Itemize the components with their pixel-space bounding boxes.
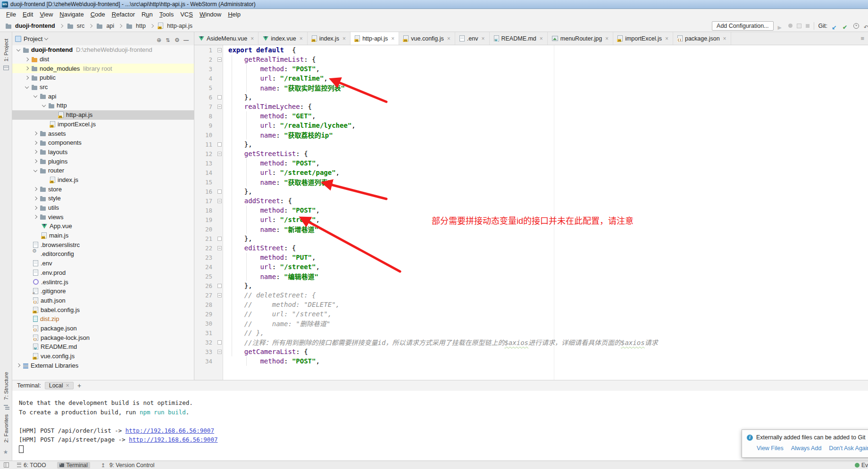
tree-row-.eslintrc.js[interactable]: .eslintrc.js [12,277,194,287]
tree-row-dist.zip[interactable]: dist.zip [12,314,194,324]
code-line[interactable]: 24 url: "/street", [194,262,868,272]
close-icon[interactable]: × [300,35,303,42]
chevron-right-icon[interactable] [33,159,37,163]
tree-row-package-lock.json[interactable]: package-lock.json [12,333,194,342]
fold-region[interactable] [216,152,223,156]
tab-.env[interactable]: .env× [455,32,490,45]
tree-row-router[interactable]: router [12,166,194,175]
tab-README.md[interactable]: README.md× [490,32,548,45]
code-line[interactable]: 17 addStreet: { [194,196,868,206]
tree-row-node_modules[interactable]: node_moduleslibrary root [12,64,194,73]
fold-marker-icon[interactable] [217,189,222,194]
breadcrumb-item[interactable]: http [136,23,146,29]
chevron-right-icon[interactable] [33,132,37,135]
locate-icon[interactable] [157,35,163,42]
code-line[interactable]: 1export default { [194,45,868,55]
menu-item-tools[interactable]: Tools [156,11,177,18]
event-log-label[interactable]: Ev [861,462,868,469]
code-line[interactable]: 27 // deleteStreet: { [194,290,868,300]
tree-row-http-api.js[interactable]: http-api.js [12,110,194,120]
menu-item-refactor[interactable]: Refactor [108,11,138,18]
notification-link[interactable]: Always Add [791,445,822,452]
code-line[interactable]: 25 name: "编辑巷道" [194,272,868,281]
close-icon[interactable]: × [391,35,394,42]
add-configuration-button[interactable]: Add Configuration... [712,21,774,31]
fold-marker-icon[interactable] [217,246,222,250]
code-line[interactable]: 2 getRealTimeList: { [194,55,868,64]
fold-marker-icon[interactable] [217,58,222,62]
fold-marker-icon[interactable] [217,48,222,52]
close-icon[interactable]: × [540,35,543,42]
terminal-link[interactable]: http://192.168.66.56:9007 [129,436,217,443]
tree-row-utils[interactable]: utils [12,203,194,213]
favorites-star-icon[interactable] [3,447,9,454]
code-line[interactable]: 7 realTimeLychee: { [194,102,868,111]
fold-region[interactable] [216,199,223,203]
breadcrumb-item[interactable]: http-api.js [167,23,192,29]
menu-item-help[interactable]: Help [225,11,244,18]
tree-row-babel.config.js[interactable]: babel.config.js [12,305,194,314]
rollback-icon[interactable] [864,23,868,29]
tree-row-ExternalLibraries[interactable]: External Libraries [12,361,194,370]
code-line[interactable]: 18 method: "POST", [194,206,868,215]
terminal-link[interactable]: http://192.168.66.56:9007 [125,427,214,434]
notification-link[interactable]: View Files [757,445,784,452]
status-item-9VersionControl[interactable]: 9: Version Control [99,462,157,469]
menu-item-navigate[interactable]: Navigate [56,11,87,18]
breadcrumb-item[interactable]: api [106,23,114,29]
terminal-tab-local[interactable]: Local × [45,382,74,389]
tab-importExcel.js[interactable]: importExcel.js× [613,32,673,45]
tool-window-switcher-icon[interactable] [4,462,9,468]
menu-item-window[interactable]: Window [196,11,225,18]
tab-index.vue[interactable]: index.vue× [259,32,308,45]
code-line[interactable]: 22 editStreet: { [194,243,868,253]
code-line[interactable]: 26 }, [194,281,868,290]
menu-item-view[interactable]: View [36,11,56,18]
close-icon[interactable]: × [66,382,69,389]
close-icon[interactable]: × [665,35,668,42]
chevron-down-icon[interactable] [25,84,29,88]
tree-row-App.vue[interactable]: App.vue [12,222,194,231]
tab-list-icon[interactable]: ≡ [860,35,864,42]
tree-row-layouts[interactable]: layouts [12,148,194,157]
tree-row-vue.config.js[interactable]: vue.config.js [12,352,194,361]
close-icon[interactable]: × [605,35,609,42]
fold-region[interactable] [216,142,223,147]
tree-row-store[interactable]: store [12,184,194,194]
tab-index.js[interactable]: index.js× [308,32,351,45]
tree-row-dist[interactable]: dist [12,55,194,64]
code-line[interactable]: 11 }, [194,140,868,149]
chevron-right-icon[interactable] [17,363,20,367]
chevron-down-icon[interactable] [17,48,20,51]
status-item-Terminal[interactable]: Terminal [57,462,90,469]
chevron-right-icon[interactable] [25,76,29,80]
stop-icon[interactable] [806,24,810,28]
fold-region[interactable] [216,95,223,99]
tree-row-index.js[interactable]: index.js [12,175,194,185]
fold-region[interactable] [216,58,223,62]
code-line[interactable]: 16 }, [194,187,868,196]
fold-marker-icon[interactable] [217,237,222,241]
tree-row-.browserslistrc[interactable]: .browserslistrc [12,240,194,249]
code-line[interactable]: 30 // name: "删除巷道" [194,319,868,328]
fold-region[interactable] [216,340,223,345]
menu-item-code[interactable]: Code [87,11,108,18]
tree-row-main.js[interactable]: main.js [12,231,194,240]
code-line[interactable]: 33 getCameraList: { [194,347,868,356]
collapse-all-icon[interactable] [166,35,172,42]
fold-region[interactable] [216,284,223,288]
code-line[interactable]: 32 //注释：所有用到删除的接口都需要拼接变量id，所以请求方式采用了挂载在原… [194,337,868,347]
fold-region[interactable] [216,189,223,194]
commit-icon[interactable] [843,23,849,29]
code-line[interactable]: 23 method: "PUT", [194,253,868,262]
history-icon[interactable] [853,23,859,29]
debug-icon[interactable] [788,24,793,28]
code-editor[interactable]: 1export default {2 getRealTimeList: {3 m… [194,45,868,380]
notification-link[interactable]: Don't Ask Again [829,445,868,452]
coverage-icon[interactable] [797,24,801,28]
tree-row-api[interactable]: api [12,91,194,101]
tree-row-.env.prod[interactable]: .env.prod [12,268,194,278]
menu-item-file[interactable]: File [3,11,19,18]
tree-row-importExcel.js[interactable]: importExcel.js [12,120,194,129]
chevron-right-icon[interactable] [33,140,37,144]
